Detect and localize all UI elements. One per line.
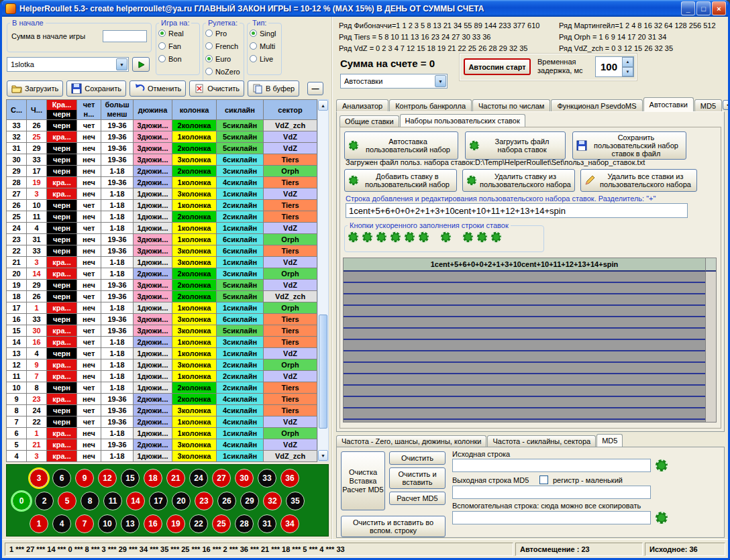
roulette-number-36[interactable]: 36 xyxy=(280,469,299,488)
roulette-number-17[interactable]: 17 xyxy=(149,492,168,510)
roulette-number-22[interactable]: 22 xyxy=(189,514,208,533)
tab-Функционал PsevdoMS[interactable]: Функционал PsevdoMS xyxy=(551,99,642,111)
bet-list-row[interactable] xyxy=(344,340,705,351)
roulette-number-14[interactable]: 14 xyxy=(126,492,145,510)
aux-string-input[interactable] xyxy=(452,511,651,524)
md5-calc-button[interactable]: Расчет MD5 xyxy=(389,492,446,505)
bet-list-row[interactable] xyxy=(344,363,705,374)
table-row[interactable]: 521кра...неч19-362дюжи...3колонка4сиклай… xyxy=(7,439,317,451)
table-row[interactable]: 923кра...неч19-362дюжи...2колонка4сиклай… xyxy=(7,394,317,405)
radio-icon[interactable] xyxy=(205,30,213,37)
load-bet-set-button[interactable]: Загрузить файл набора ставок xyxy=(465,131,566,160)
minimize-button[interactable]: _ xyxy=(681,1,695,15)
roulette-number-5[interactable]: 5 xyxy=(58,492,76,510)
table-row[interactable]: 244чернчет1-181дюжи...1колонка1сиклайнVd… xyxy=(7,223,317,234)
radio-option-Bon[interactable]: Bon xyxy=(156,52,199,65)
roulette-number-4[interactable]: 4 xyxy=(52,514,71,533)
roulette-number-2[interactable]: 2 xyxy=(35,492,54,510)
spinner-down-icon[interactable]: ▼ xyxy=(622,67,633,77)
table-row[interactable]: 171кра...неч1-181дюжи...1колонка1сиклайн… xyxy=(7,302,317,314)
table-row[interactable]: 2014кра...чет1-182дюжи...2колонка3сиклай… xyxy=(7,268,317,280)
tab-Частоты по числам[interactable]: Частоты по числам xyxy=(472,99,550,111)
md5-clear-button[interactable]: Очистить xyxy=(389,451,446,465)
roulette-number-8[interactable]: 8 xyxy=(81,492,99,510)
radio-option-Real[interactable]: Real xyxy=(156,27,199,40)
table-row[interactable]: 43кра...неч1-181дюжи...3колонка1сиклайнV… xyxy=(7,451,317,462)
roulette-number-12[interactable]: 12 xyxy=(98,469,117,488)
maximize-button[interactable]: □ xyxy=(696,1,711,15)
chip-button[interactable] xyxy=(462,231,474,243)
roulette-number-20[interactable]: 20 xyxy=(172,492,191,510)
tab-Частота - Zero, шансы, дюжины, колонки[interactable]: Частота - Zero, шансы, дюжины, колонки xyxy=(336,435,486,447)
table-row[interactable]: 1530кра...чет19-363дюжи...3колонка5сикла… xyxy=(7,325,317,337)
bet-list-row[interactable] xyxy=(344,374,705,386)
roulette-number-32[interactable]: 32 xyxy=(263,492,282,510)
buffer-button[interactable]: В буфер xyxy=(248,80,299,97)
bet-list-row[interactable] xyxy=(344,329,705,340)
table-row[interactable]: 1826чернчет19-363дюжи...2колонка5сиклайн… xyxy=(7,291,317,302)
collapse-button[interactable]: — xyxy=(307,82,323,95)
chip-button[interactable] xyxy=(476,231,488,243)
roulette-number-23[interactable]: 23 xyxy=(195,492,213,510)
roulette-number-18[interactable]: 18 xyxy=(144,469,162,488)
roulette-number-9[interactable]: 9 xyxy=(75,469,94,488)
roulette-number-1[interactable]: 1 xyxy=(30,514,48,533)
table-row[interactable]: 3033черннеч19-363дюжи...3колонка6сиклайн… xyxy=(7,154,317,166)
table-row[interactable]: 824чернчет19-362дюжи...3колонка4сиклайнT… xyxy=(7,405,317,416)
radio-option-Pro[interactable]: Pro xyxy=(203,27,244,40)
chevron-down-icon[interactable]: ▼ xyxy=(116,58,127,70)
chevron-down-icon[interactable]: ▼ xyxy=(435,75,446,87)
radio-option-Multi[interactable]: Multi xyxy=(248,40,281,52)
tab-MD5[interactable]: MD5 xyxy=(694,99,722,111)
radio-icon[interactable] xyxy=(250,30,257,37)
scroll-down-icon[interactable]: ▼ xyxy=(318,450,328,461)
start-sum-input[interactable] xyxy=(103,30,147,42)
load-button[interactable]: Загрузить xyxy=(7,80,63,97)
bet-list-row[interactable] xyxy=(344,306,705,317)
roulette-number-33[interactable]: 33 xyxy=(258,469,276,488)
roulette-number-21[interactable]: 21 xyxy=(166,469,185,488)
undo-button[interactable]: Отменить xyxy=(129,80,186,97)
save-button[interactable]: Сохранить xyxy=(66,80,126,97)
table-row[interactable]: 1633черннеч19-363дюжи...3колонка6сиклайн… xyxy=(7,314,317,325)
table-row[interactable]: 3129черннеч19-363дюжи...2колонка5сиклайн… xyxy=(7,143,317,154)
autospin-start-button[interactable]: Автоспин старт xyxy=(464,58,531,75)
bets-list-scrollbar[interactable] xyxy=(705,272,716,422)
roulette-number-15[interactable]: 15 xyxy=(121,469,140,488)
scroll-up-icon[interactable]: ▲ xyxy=(318,100,328,111)
scrollbar-thumb[interactable] xyxy=(319,315,327,429)
bet-list-row[interactable] xyxy=(344,386,705,397)
radio-option-Euro[interactable]: Euro xyxy=(203,52,244,65)
roulette-number-28[interactable]: 28 xyxy=(235,514,254,533)
roulette-number-24[interactable]: 24 xyxy=(189,469,208,488)
play-button[interactable] xyxy=(132,57,150,72)
chip-button[interactable] xyxy=(655,511,668,524)
roulette-number-25[interactable]: 25 xyxy=(212,514,231,533)
radio-option-Live[interactable]: Live xyxy=(248,52,281,65)
chip-button[interactable] xyxy=(440,231,452,243)
roulette-number-19[interactable]: 19 xyxy=(166,514,185,533)
table-scrollbar[interactable]: ▲ ▼ xyxy=(317,99,329,461)
spinner-up-icon[interactable]: ▲ xyxy=(622,57,633,67)
radio-icon[interactable] xyxy=(205,68,213,75)
bet-list-row[interactable] xyxy=(344,317,705,329)
md5-clear-paste-button[interactable]: Очистить и вставить xyxy=(389,467,446,489)
radio-icon[interactable] xyxy=(205,55,213,62)
radio-option-Fan[interactable]: Fan xyxy=(156,40,199,52)
roulette-number-30[interactable]: 30 xyxy=(235,469,254,488)
table-row[interactable]: 3225кра...неч19-363дюжи...1колонка5сикла… xyxy=(7,131,317,143)
radio-option-NoZero[interactable]: NoZero xyxy=(203,65,244,78)
chip-button[interactable] xyxy=(390,231,401,243)
roulette-number-16[interactable]: 16 xyxy=(144,514,162,533)
radio-icon[interactable] xyxy=(250,42,257,50)
table-row[interactable]: 2511черннеч1-181дюжи...2колонка2сиклайнT… xyxy=(7,211,317,223)
chip-button[interactable] xyxy=(348,231,359,243)
bet-list-row[interactable] xyxy=(344,351,705,363)
roulette-number-13[interactable]: 13 xyxy=(121,514,140,533)
roulette-number-7[interactable]: 7 xyxy=(75,514,94,533)
autobet-custom-set-button[interactable]: Автоставка пользовательский набор xyxy=(344,131,458,160)
bet-list-row[interactable] xyxy=(344,397,705,408)
radio-icon[interactable] xyxy=(205,42,213,50)
clear-button[interactable]: Очистить xyxy=(189,80,244,97)
md5-output-input[interactable] xyxy=(452,486,651,499)
